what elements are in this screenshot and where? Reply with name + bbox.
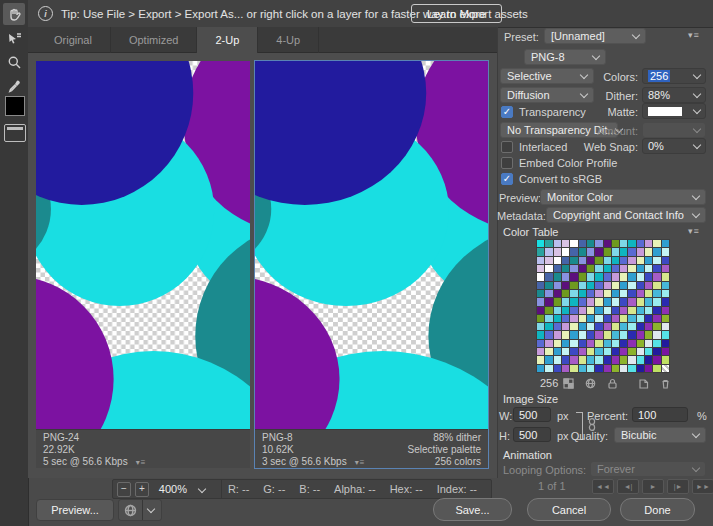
color-swatch[interactable] (612, 248, 619, 255)
color-swatch[interactable] (628, 273, 635, 280)
browser-globe-icon[interactable] (123, 504, 137, 517)
color-swatch[interactable] (554, 340, 561, 347)
color-swatch[interactable] (662, 356, 669, 363)
color-swatch[interactable] (604, 365, 611, 372)
color-swatch[interactable] (587, 298, 594, 305)
color-swatch[interactable] (562, 365, 569, 372)
color-swatch[interactable] (595, 282, 602, 289)
color-swatch[interactable] (612, 290, 619, 297)
color-swatch[interactable] (537, 323, 544, 330)
color-swatch[interactable] (579, 290, 586, 297)
color-swatch[interactable] (662, 323, 669, 330)
color-swatch[interactable] (620, 257, 627, 264)
color-swatch[interactable] (653, 248, 660, 255)
color-swatch[interactable] (662, 257, 669, 264)
tab-4-up[interactable]: 4-Up (258, 27, 319, 53)
color-swatch[interactable] (562, 340, 569, 347)
color-swatch[interactable] (537, 273, 544, 280)
color-swatch[interactable] (612, 240, 619, 247)
color-swatch[interactable] (595, 340, 602, 347)
color-swatch[interactable] (637, 323, 644, 330)
color-swatch[interactable] (653, 257, 660, 264)
color-swatch[interactable] (653, 323, 660, 330)
color-swatch[interactable] (545, 365, 552, 372)
color-swatch[interactable] (554, 248, 561, 255)
color-swatch[interactable] (620, 331, 627, 338)
color-swatch[interactable] (554, 298, 561, 305)
color-swatch[interactable] (620, 340, 627, 347)
color-swatch[interactable] (662, 298, 669, 305)
color-swatch[interactable] (587, 365, 594, 372)
color-swatch[interactable] (562, 240, 569, 247)
learn-more-button[interactable]: Learn More (411, 4, 502, 23)
color-swatch[interactable] (662, 307, 669, 314)
color-swatch[interactable] (628, 356, 635, 363)
color-swatch[interactable] (604, 307, 611, 314)
preview-in-browser-button[interactable]: Preview... (36, 499, 114, 521)
color-swatch[interactable] (579, 240, 586, 247)
color-swatch[interactable] (604, 257, 611, 264)
color-swatch[interactable] (537, 307, 544, 314)
color-swatch[interactable] (570, 307, 577, 314)
color-swatch[interactable] (637, 265, 644, 272)
color-swatch[interactable] (612, 323, 619, 330)
color-swatch[interactable] (537, 265, 544, 272)
color-swatch[interactable] (562, 323, 569, 330)
color-swatch[interactable] (570, 331, 577, 338)
color-swatch[interactable] (653, 365, 660, 372)
color-swatch[interactable] (554, 240, 561, 247)
color-swatch[interactable] (612, 365, 619, 372)
hand-tool[interactable] (3, 3, 25, 25)
color-swatch[interactable] (604, 248, 611, 255)
color-swatch[interactable] (587, 282, 594, 289)
color-swatch[interactable] (645, 348, 652, 355)
metadata-dropdown[interactable]: Copyright and Contact Info (546, 207, 706, 223)
color-swatch[interactable] (587, 356, 594, 363)
color-swatch[interactable] (537, 298, 544, 305)
cancel-button[interactable]: Cancel (527, 498, 611, 521)
color-swatch[interactable] (662, 365, 669, 372)
preview-mode-dropdown[interactable]: Monitor Color (540, 189, 706, 205)
color-swatch[interactable] (562, 273, 569, 280)
color-swatch[interactable] (545, 273, 552, 280)
color-swatch[interactable] (620, 356, 627, 363)
convert-srgb-checkbox[interactable]: ✓ (501, 173, 513, 185)
color-swatch[interactable] (537, 248, 544, 255)
color-swatch[interactable] (579, 340, 586, 347)
color-swatch[interactable] (570, 340, 577, 347)
color-swatch[interactable] (595, 348, 602, 355)
color-swatch[interactable] (637, 248, 644, 255)
color-swatch[interactable] (579, 298, 586, 305)
color-swatch[interactable] (653, 307, 660, 314)
color-swatch[interactable] (570, 257, 577, 264)
color-swatch[interactable] (662, 240, 669, 247)
color-swatch[interactable] (653, 265, 660, 272)
color-swatch[interactable] (562, 307, 569, 314)
color-swatch[interactable] (595, 265, 602, 272)
color-swatch[interactable] (612, 307, 619, 314)
color-swatch[interactable] (554, 265, 561, 272)
color-swatch[interactable] (637, 240, 644, 247)
color-swatch[interactable] (570, 348, 577, 355)
color-swatch[interactable] (628, 365, 635, 372)
tab-2-up[interactable]: 2-Up (197, 27, 258, 53)
tab-optimized[interactable]: Optimized (111, 27, 198, 53)
delete-color-icon[interactable] (658, 377, 672, 390)
color-swatch[interactable] (537, 340, 544, 347)
color-swatch[interactable] (554, 273, 561, 280)
color-swatch[interactable] (579, 248, 586, 255)
color-swatch[interactable] (653, 298, 660, 305)
info-menu-icon[interactable]: ▾≡ (355, 458, 366, 467)
color-swatch[interactable] (587, 257, 594, 264)
color-swatch[interactable] (545, 356, 552, 363)
color-swatch[interactable] (537, 331, 544, 338)
color-swatch[interactable] (604, 331, 611, 338)
color-swatch[interactable] (653, 356, 660, 363)
color-swatch[interactable] (579, 348, 586, 355)
color-swatch[interactable] (637, 340, 644, 347)
color-swatch[interactable] (570, 315, 577, 322)
height-field[interactable]: 500 (513, 427, 551, 442)
color-swatch[interactable] (562, 290, 569, 297)
color-swatch[interactable] (620, 248, 627, 255)
color-swatch[interactable] (579, 315, 586, 322)
